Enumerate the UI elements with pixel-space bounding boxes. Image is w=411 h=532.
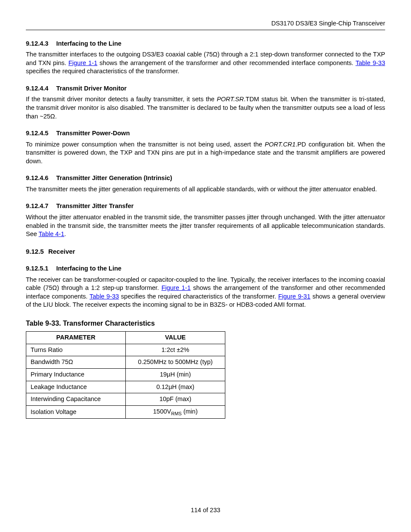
parameter-cell: Primary Inductance xyxy=(26,369,126,381)
table-4-1-link[interactable]: Table 4-1 xyxy=(39,230,65,237)
heading-number: 9.12.4.3 xyxy=(26,40,48,48)
text: shows the arrangement of the transformer… xyxy=(97,59,355,66)
table-header-row: PARAMETER VALUE xyxy=(26,332,225,344)
table-row: Primary Inductance19µH (min) xyxy=(26,369,225,381)
heading-title: Receiver xyxy=(48,247,75,256)
parameter-cell: Leakage Inductance xyxy=(26,381,126,393)
register-name: PORT.SR xyxy=(217,96,244,103)
column-header-parameter: PARAMETER xyxy=(26,332,126,344)
figure-1-1-link[interactable]: Figure 1-1 xyxy=(68,59,97,66)
heading-title: Interfacing to the Line xyxy=(56,264,121,273)
heading-9-12-4-3: 9.12.4.3 Interfacing to the Line xyxy=(26,40,385,48)
heading-number: 9.12.4.4 xyxy=(26,84,48,93)
table-row: Interwinding Capacitance10pF (max) xyxy=(26,393,225,406)
value-cell: 0.12µH (max) xyxy=(126,381,225,393)
heading-9-12-4-7: 9.12.4.7 Transmitter Jitter Transfer xyxy=(26,202,385,211)
heading-title: Transmitter Jitter Transfer xyxy=(56,202,134,211)
table-row: Isolation Voltage1500VRMS (min) xyxy=(26,405,225,419)
table-row: Bandwidth 75Ω0.250MHz to 500MHz (typ) xyxy=(26,356,225,369)
column-header-value: VALUE xyxy=(126,332,225,344)
parameter-cell: Isolation Voltage xyxy=(26,405,126,419)
heading-number: 9.12.4.6 xyxy=(26,174,48,183)
heading-9-12-5: 9.12.5 Receiver xyxy=(26,247,385,256)
paragraph: To minimize power consumption when the t… xyxy=(26,140,385,166)
parameter-cell: Bandwidth 75Ω xyxy=(26,356,126,369)
heading-title: Transmitter Power-Down xyxy=(56,129,130,138)
figure-1-1-link[interactable]: Figure 1-1 xyxy=(162,284,191,291)
figure-9-31-link[interactable]: Figure 9-31 xyxy=(278,293,311,300)
page-header: DS3170 DS3/E3 Single-Chip Transceiver xyxy=(26,19,385,30)
heading-number: 9.12.5 xyxy=(26,247,44,256)
text: . xyxy=(64,230,66,237)
value-cell: 19µH (min) xyxy=(126,369,225,381)
heading-9-12-5-1: 9.12.5.1 Interfacing to the Line xyxy=(26,264,385,273)
paragraph: The receiver can be transformer-coupled … xyxy=(26,276,385,309)
text: To minimize power consumption when the t… xyxy=(26,141,265,148)
value-cell: 1:2ct ±2% xyxy=(126,344,225,356)
heading-number: 9.12.4.5 xyxy=(26,129,48,138)
heading-number: 9.12.4.7 xyxy=(26,202,48,211)
heading-9-12-4-5: 9.12.4.5 Transmitter Power-Down xyxy=(26,129,385,138)
heading-title: Interfacing to the Line xyxy=(56,40,121,48)
parameter-cell: Turns Ratio xyxy=(26,344,126,356)
heading-number: 9.12.5.1 xyxy=(26,264,48,273)
text: Without the jitter attenuator enabled in… xyxy=(26,214,385,237)
table-9-33-link[interactable]: Table 9-33 xyxy=(90,293,119,300)
paragraph: If the transmit driver monitor detects a… xyxy=(26,95,385,121)
table-row: Leakage Inductance0.12µH (max) xyxy=(26,381,225,393)
value-cell: 0.250MHz to 500MHz (typ) xyxy=(126,356,225,369)
heading-title: Transmit Driver Monitor xyxy=(56,84,127,93)
transformer-characteristics-table: PARAMETER VALUE Turns Ratio1:2ct ±2%Band… xyxy=(26,331,225,419)
value-cell: 1500VRMS (min) xyxy=(126,405,225,419)
text: specifies the required characteristics o… xyxy=(119,293,278,300)
table-9-33-link[interactable]: Table 9-33 xyxy=(355,59,385,66)
text: specifies the required characteristics o… xyxy=(26,68,179,75)
text: If the transmit driver monitor detects a… xyxy=(26,96,217,103)
paragraph: Without the jitter attenuator enabled in… xyxy=(26,213,385,239)
parameter-cell: Interwinding Capacitance xyxy=(26,393,126,406)
paragraph: The transmitter interfaces to the outgoi… xyxy=(26,50,385,76)
table-title: Table 9-33. Transformer Characteristics xyxy=(26,319,385,328)
table-row: Turns Ratio1:2ct ±2% xyxy=(26,344,225,356)
paragraph: The transmitter meets the jitter generat… xyxy=(26,185,385,194)
heading-9-12-4-4: 9.12.4.4 Transmit Driver Monitor xyxy=(26,84,385,93)
value-cell: 10pF (max) xyxy=(126,393,225,406)
register-name: PORT.CR1 xyxy=(265,141,296,148)
heading-title: Transmitter Jitter Generation (Intrinsic… xyxy=(56,174,172,183)
heading-9-12-4-6: 9.12.4.6 Transmitter Jitter Generation (… xyxy=(26,174,385,183)
